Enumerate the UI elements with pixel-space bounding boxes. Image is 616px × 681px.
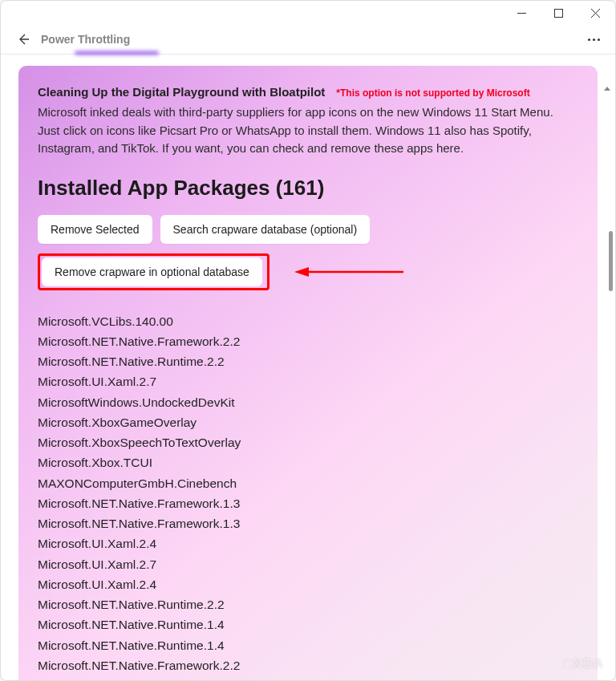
list-item[interactable]: Microsoft.NET.Native.Runtime.2.2 [38,351,578,371]
content-area: Cleaning Up the Digital Playground with … [1,55,615,681]
list-item[interactable]: Microsoft.UI.Xaml.2.7 [38,554,578,574]
card-description: Microsoft inked deals with third-party s… [38,103,567,158]
scrollbar[interactable] [607,87,614,681]
breadcrumb: Power Throttling [41,33,130,46]
list-item[interactable]: Microsoft.XboxGameOverlay [38,412,578,432]
maximize-button[interactable] [540,1,577,25]
list-item[interactable]: MicrosoftWindows.UndockedDevKit [38,392,578,412]
warning-text: *This option is not supported by Microso… [336,87,529,99]
back-icon[interactable] [17,33,30,46]
highlighted-button-wrap: Remove crapware in optional database [38,253,270,290]
list-item[interactable]: Microsoft.UI.Xaml.2.4 [38,533,578,553]
section-title: Installed App Packages (161) [38,176,578,201]
overflow-menu-button[interactable] [580,27,607,51]
svg-rect-1 [554,9,562,17]
scrollbar-thumb[interactable] [609,231,613,291]
list-item[interactable]: Microsoft.NET.Native.Framework.2.2 [38,655,578,675]
search-database-button[interactable]: Search crapware database (optional) [160,215,371,244]
list-item[interactable]: Microsoft.NET.Native.Runtime.1.4 [38,614,578,634]
package-list: Microsoft.VCLibs.140.00Microsoft.NET.Nat… [38,311,578,676]
card-heading: Cleaning Up the Digital Playground with … [38,85,325,99]
list-item[interactable]: Microsoft.UI.Xaml.2.7 [38,371,578,391]
list-item[interactable]: Microsoft.Xbox.TCUI [38,452,578,472]
watermark: □XDA [564,656,604,672]
list-item[interactable]: Microsoft.NET.Native.Runtime.1.4 [38,635,578,655]
close-button[interactable] [577,1,614,25]
minimize-button[interactable] [503,1,540,25]
list-item[interactable]: MAXONComputerGmbH.Cinebench [38,473,578,493]
remove-crapware-button[interactable]: Remove crapware in optional database [42,257,262,286]
remove-selected-button[interactable]: Remove Selected [38,215,152,244]
list-item[interactable]: Microsoft.NET.Native.Framework.2.2 [38,331,578,351]
list-item[interactable]: Microsoft.NET.Native.Framework.1.3 [38,493,578,513]
list-item[interactable]: Microsoft.VCLibs.140.00 [38,311,578,331]
annotation-highlight-box: Remove crapware in optional database [38,253,270,290]
list-item[interactable]: Microsoft.NET.Native.Runtime.2.2 [38,594,578,614]
list-item[interactable]: Microsoft.XboxSpeechToTextOverlay [38,432,578,452]
button-row: Remove Selected Search crapware database… [38,215,578,244]
annotation-arrow-icon [293,264,405,280]
list-item[interactable]: Microsoft.NET.Native.Framework.1.3 [38,513,578,533]
window-titlebar [1,1,615,25]
bloatpilot-card: Cleaning Up the Digital Playground with … [18,66,598,681]
svg-marker-6 [294,267,309,277]
toolbar: Power Throttling [1,25,615,55]
app-window: Power Throttling Cleaning Up the Digital… [0,0,616,681]
list-item[interactable]: Microsoft.UI.Xaml.2.4 [38,574,578,594]
